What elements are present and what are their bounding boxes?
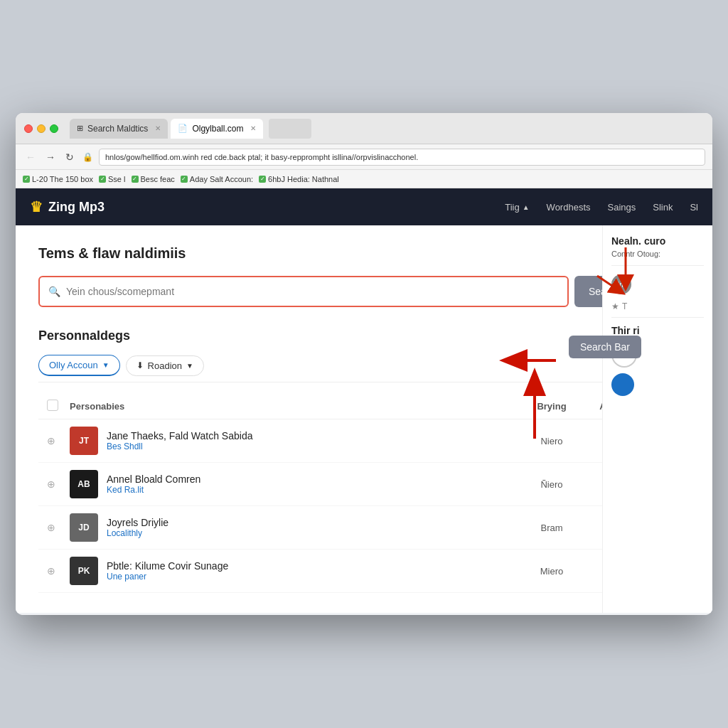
tiig-arrow-icon: ▲ <box>523 203 530 211</box>
browser-window: ⊞ Search Maldtics ✕ 📄 Olgylball.com ✕ ← … <box>16 113 712 615</box>
back-button[interactable]: ← <box>23 150 38 164</box>
bookmark-3[interactable]: ✓ Besc feac <box>132 175 175 183</box>
search-input[interactable] <box>66 286 559 297</box>
bookmark-4[interactable]: ✓ Aday Salt Accoun: <box>181 175 253 183</box>
row-3-name-cell: JD Joyrels Driylie Localithly <box>70 513 516 542</box>
row-4-brying: Miero <box>516 566 587 577</box>
main-area: Tems & flaw naldimiis 🔍 Search Bar ○ <box>16 225 712 613</box>
new-tab-placeholder <box>269 119 311 139</box>
row-1-name-cell: JT Jane Thaeks, Fald Watch Sabida Bes Sh… <box>70 427 516 455</box>
star-icon: ★ <box>611 301 619 311</box>
title-bar: ⊞ Search Maldtics ✕ 📄 Olgylball.com ✕ <box>16 113 712 144</box>
nav-item-sl[interactable]: Sl <box>690 202 698 213</box>
bookmark-1-icon: ✓ <box>23 176 30 183</box>
tab-1[interactable]: ⊞ Search Maldtics ✕ <box>70 119 168 139</box>
nav-item-tiig[interactable]: Tiig ▲ <box>505 202 529 213</box>
site-logo-text: Zing Mp3 <box>48 200 105 215</box>
row-1-name: Jane Thaeks, Fald Watch Sabida <box>107 430 516 441</box>
header-personabies: Personabies <box>70 401 516 412</box>
right-panel-refresh-button[interactable]: ↺ <box>611 342 637 368</box>
page-content: ♛ Zing Mp3 Tiig ▲ Wordhests Saings Slink… <box>16 188 712 615</box>
row-3-sub: Localithly <box>107 528 516 538</box>
search-input-wrapper[interactable]: 🔍 <box>38 276 569 307</box>
right-panel-heading: Nealn. curo <box>611 235 704 247</box>
chevron-down-icon: ▼ <box>102 361 109 369</box>
bookmark-5-icon: ✓ <box>259 176 266 183</box>
row-1-info: Jane Thaeks, Fald Watch Sabida Bes Shdll <box>107 430 516 451</box>
nav-item-saings[interactable]: Saings <box>608 202 636 213</box>
tab-2[interactable]: 📄 Olgylball.com ✕ <box>171 119 263 139</box>
site-logo: ♛ Zing Mp3 <box>30 198 105 215</box>
tab-1-icon: ⊞ <box>77 124 83 133</box>
row-3-brying: Bram <box>516 523 587 533</box>
right-panel-sub: Conntr Otoug: <box>611 250 704 266</box>
table-row: ⊕ AB Annel Bloald Comren Ked Ra.lit Ñier… <box>38 463 690 506</box>
header-brying: Brying <box>516 401 587 412</box>
search-section: 🔍 Search Bar ○ <box>38 276 690 307</box>
tab-2-close[interactable]: ✕ <box>250 124 256 132</box>
tabs-row: Olly Accoun ▼ ⬇ Roadion ▼ SeacMus <box>38 355 690 382</box>
right-panel-user-row: Im <box>611 274 704 294</box>
tab-2-icon: 📄 <box>178 124 188 133</box>
forward-button[interactable]: → <box>43 150 58 164</box>
row-2-name: Annel Bloald Comren <box>107 473 516 485</box>
row-1-sub: Bes Shdll <box>107 441 516 451</box>
bookmark-5-label: 6hbJ Hedia: Nathnal <box>268 175 339 183</box>
row-2-name-cell: AB Annel Bloald Comren Ked Ra.lit <box>70 470 516 498</box>
row-2-sub: Ked Ra.lit <box>107 485 516 495</box>
bookmark-2-label: Sse l <box>108 175 125 183</box>
row-4-icon: ⊕ <box>47 565 70 577</box>
row-1-brying: Niero <box>516 436 587 446</box>
row-2-brying: Ñiero <box>516 479 587 490</box>
right-panel-star-btn[interactable]: ★ T <box>611 301 704 311</box>
site-header: ♛ Zing Mp3 Tiig ▲ Wordhests Saings Slink… <box>16 188 712 225</box>
header-check-col <box>47 400 70 413</box>
maximize-button[interactable] <box>50 124 58 133</box>
row-4-name-cell: PK Pbtle: Kilume Covir Sunage Une paner <box>70 557 516 585</box>
right-panel-avatar: Im <box>611 274 631 294</box>
bookmark-1[interactable]: ✓ L-20 The 150 box <box>23 175 93 183</box>
header-checkbox[interactable] <box>47 400 58 411</box>
nav-item-slink[interactable]: Slink <box>653 202 673 213</box>
page-title: Tems & flaw naldimiis <box>38 245 690 262</box>
logo-crown-icon: ♛ <box>30 198 43 215</box>
right-panel-link-button[interactable] <box>611 373 634 396</box>
row-4-avatar: PK <box>70 557 98 585</box>
row-3-avatar: JD <box>70 513 98 542</box>
roadion-icon: ⬇ <box>136 360 144 370</box>
row-2-icon: ⊕ <box>47 478 70 490</box>
bookmark-2[interactable]: ✓ Sse l <box>99 175 125 183</box>
bookmark-1-label: L-20 The 150 box <box>32 175 93 183</box>
row-1-icon: ⊕ <box>47 435 70 446</box>
row-4-name: Pbtle: Kilume Covir Sunage <box>107 560 516 572</box>
nav-bar: ← → ↻ 🔒 <box>16 144 712 170</box>
refresh-button[interactable]: ↻ <box>63 150 77 164</box>
row-1-add-icon: ⊕ <box>47 435 55 446</box>
row-2-add-icon: ⊕ <box>47 478 55 490</box>
bookmark-5[interactable]: ✓ 6hbJ Hedia: Nathnal <box>259 175 339 183</box>
bookmark-4-icon: ✓ <box>181 176 188 183</box>
site-nav: Tiig ▲ Wordhests Saings Slink Sl <box>505 202 698 213</box>
tab-pill-olly[interactable]: Olly Accoun ▼ <box>38 355 120 376</box>
bookmark-4-label: Aday Salt Accoun: <box>190 175 253 183</box>
tab-pill-roadion[interactable]: ⬇ Roadion ▼ <box>126 355 204 376</box>
address-bar[interactable] <box>99 149 705 166</box>
lock-icon: 🔒 <box>82 152 93 162</box>
minimize-button[interactable] <box>37 124 46 133</box>
search-icon: 🔍 <box>48 286 60 297</box>
tab-1-close[interactable]: ✕ <box>155 124 161 132</box>
table-row: ⊕ JT Jane Thaeks, Fald Watch Sabida Bes … <box>38 419 690 463</box>
tab-bar: ⊞ Search Maldtics ✕ 📄 Olgylball.com ✕ <box>70 119 704 139</box>
close-button[interactable] <box>24 124 33 133</box>
right-panel: Nealn. curo Conntr Otoug: Im ★ T Thir ri… <box>602 225 712 613</box>
row-2-avatar: AB <box>70 470 98 498</box>
section-title: Personnaldegs <box>38 328 690 343</box>
table-row: ⊕ JD Joyrels Driylie Localithly Bram <box>38 506 690 550</box>
row-3-add-icon: ⊕ <box>47 522 55 533</box>
row-2-info: Annel Bloald Comren Ked Ra.lit <box>107 473 516 495</box>
row-3-name: Joyrels Driylie <box>107 517 516 528</box>
nav-item-wordhests[interactable]: Wordhests <box>547 202 591 213</box>
tab-1-label: Search Maldtics <box>87 124 148 134</box>
table-wrapper: Personabies Brying Alacabous ⊕ JT <box>38 394 690 593</box>
bookmarks-bar: ✓ L-20 The 150 box ✓ Sse l ✓ Besc feac ✓… <box>16 170 712 188</box>
